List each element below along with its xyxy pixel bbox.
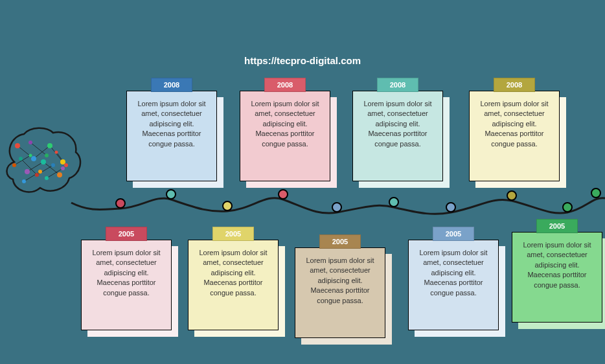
year-badge: 2005 (536, 219, 578, 233)
svg-point-28 (45, 176, 49, 180)
timeline-node (278, 189, 288, 199)
timeline-node (222, 201, 233, 211)
svg-point-31 (55, 151, 58, 154)
timeline-node (507, 190, 517, 201)
svg-point-27 (38, 170, 42, 174)
svg-point-16 (25, 169, 30, 174)
svg-point-18 (57, 172, 62, 177)
timeline-node (332, 202, 342, 212)
svg-point-30 (29, 154, 32, 157)
svg-point-15 (60, 159, 65, 165)
card-body: Lorem ipsum dolor sit amet, consectetuer… (126, 91, 217, 181)
timeline-node (389, 197, 399, 207)
timeline-node (446, 202, 456, 212)
svg-point-21 (51, 163, 55, 167)
card-body: Lorem ipsum dolor sit amet, consectetuer… (512, 232, 602, 323)
card-body: Lorem ipsum dolor sit amet, consectetuer… (352, 91, 443, 181)
card-body: Lorem ipsum dolor sit amet, consectetuer… (295, 247, 385, 338)
year-badge: 2005 (212, 227, 254, 241)
timeline-node (562, 202, 573, 212)
card-body: Lorem ipsum dolor sit amet, consectetuer… (240, 91, 330, 181)
svg-point-25 (64, 163, 68, 167)
brain-icon (1, 126, 86, 198)
svg-point-20 (35, 173, 39, 177)
page-title: https://tecpro-digital.com (0, 55, 605, 66)
year-badge: 2008 (264, 78, 306, 92)
year-badge: 2005 (319, 234, 361, 249)
svg-point-12 (15, 143, 20, 148)
svg-point-17 (41, 159, 46, 165)
svg-point-13 (31, 156, 36, 161)
year-badge: 2008 (494, 78, 535, 92)
timeline-node (591, 188, 601, 198)
svg-point-22 (29, 141, 32, 144)
svg-line-7 (30, 142, 47, 155)
timeline-node (166, 189, 176, 199)
year-badge: 2008 (377, 78, 418, 92)
year-badge: 2005 (433, 227, 474, 241)
svg-point-23 (45, 154, 49, 157)
card-body: Lorem ipsum dolor sit amet, consectetuer… (408, 240, 499, 330)
svg-line-4 (43, 162, 60, 175)
svg-point-26 (22, 179, 26, 183)
svg-point-29 (61, 166, 65, 170)
svg-line-8 (14, 155, 30, 165)
timeline-node (115, 198, 126, 209)
card-body: Lorem ipsum dolor sit amet, consectetuer… (469, 91, 560, 181)
svg-point-14 (47, 143, 52, 148)
year-badge: 2008 (151, 78, 192, 92)
card-body: Lorem ipsum dolor sit amet, consectetuer… (81, 240, 172, 330)
svg-point-24 (12, 163, 16, 167)
card-body: Lorem ipsum dolor sit amet, consectetuer… (188, 240, 279, 330)
svg-point-19 (19, 157, 23, 161)
year-badge: 2005 (106, 227, 147, 241)
